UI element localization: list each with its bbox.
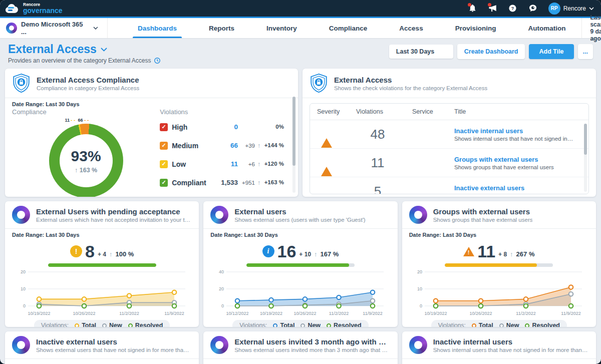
warning-circle-icon: ! <box>70 245 82 257</box>
tab-reports[interactable]: Reports <box>193 18 250 38</box>
tab-compliance[interactable]: Compliance <box>313 18 384 38</box>
page-header: External Access Provides an overview of … <box>0 38 601 67</box>
create-dashboard-button[interactable]: Create Dashboard <box>457 44 525 59</box>
tile-subtitle: External users which have not accepted i… <box>36 217 192 223</box>
tile-title: Inactive internal users <box>433 337 589 346</box>
rencore-logo[interactable]: Rencore governance <box>5 3 63 15</box>
compliance-percent: 93% <box>71 148 101 165</box>
column-violations: Violations <box>356 108 412 115</box>
history-clock-icon[interactable] <box>154 57 161 64</box>
violation-row-compliant[interactable]: ✓ Compliant 1,533 +951 ↑ +163 % <box>160 173 284 192</box>
legend-item-new[interactable]: New <box>102 322 122 327</box>
legend-item-resolved[interactable]: Resolved <box>525 322 560 327</box>
table-row[interactable]: ! 5 Inactive external users Shows extern… <box>310 177 588 194</box>
legend-item-total[interactable]: Total <box>75 322 96 327</box>
svg-text:11/9/2022: 11/9/2022 <box>164 311 184 316</box>
svg-text:11/2/2022: 11/2/2022 <box>516 311 536 316</box>
violation-row-medium[interactable]: ✓ Medium 66 +39 ↑ +144 % <box>160 136 284 155</box>
tile-subtitle: Shows external users invited more than 3… <box>234 347 390 353</box>
legend-item-new[interactable]: New <box>499 322 519 327</box>
violation-row-low[interactable]: ✓ Low 11 +6 ↑ +120 % <box>160 155 284 173</box>
severity-checkbox-icon[interactable]: ✓ <box>160 179 168 187</box>
violation-row-information[interactable]: i Information 35 +23 ↑ +191 % <box>160 192 284 197</box>
legend-item-resolved[interactable]: Resolved <box>128 322 163 327</box>
svg-text:20: 20 <box>417 269 422 274</box>
top-bar: Rencore governance ? RP Rencore <box>0 0 601 17</box>
tab-access[interactable]: Access <box>383 18 439 38</box>
table-row[interactable]: ! 11 Groups with external users Shows gr… <box>310 149 588 177</box>
stat-summary: ! 11 + 8 ↑ 267 % <box>409 243 589 260</box>
svg-text:40: 40 <box>219 269 224 274</box>
announcements-megaphone-icon[interactable] <box>488 4 497 13</box>
svg-text:10/26/2022: 10/26/2022 <box>293 311 316 316</box>
table-row[interactable]: ! 48 Inactive internal users Shows inter… <box>310 120 588 149</box>
donut-label-medium: 66 <box>78 118 83 123</box>
violations-breakdown-list: ✓ High 0 0% ✓ Medium <box>160 118 284 197</box>
progress-bar <box>445 263 553 267</box>
add-tile-button[interactable]: Add Tile <box>529 44 573 59</box>
check-link[interactable]: Inactive external users <box>454 184 574 192</box>
tenant-selector[interactable]: Demo Microsoft 365 ... <box>0 18 108 38</box>
violations-trend-chart: 0204010/12/202210/19/202210/26/202211/2/… <box>212 268 389 319</box>
tile-inactive-external-users: Inactive external users Shows external u… <box>5 331 199 364</box>
column-title: Title <box>454 108 581 115</box>
svg-text:10/12/2022: 10/12/2022 <box>226 311 248 316</box>
svg-text:0: 0 <box>420 303 422 308</box>
account-name: Rencore <box>563 5 586 12</box>
dashboard-title-dropdown[interactable]: External Access <box>8 43 161 56</box>
legend-item-resolved[interactable]: Resolved <box>327 322 362 327</box>
logo-secondary: governance <box>23 7 63 14</box>
stat-value: 8 <box>85 243 95 260</box>
table-scrollbar[interactable] <box>584 124 587 192</box>
avatar[interactable]: RP <box>548 3 560 15</box>
trend-up-arrow: ↑ <box>314 250 318 258</box>
microsoft-365-icon <box>12 206 30 224</box>
last-scan-status: Last scan: 9 days ago <box>581 18 601 38</box>
logo-primary: Rencore <box>23 3 63 7</box>
svg-text:10: 10 <box>21 286 26 291</box>
date-range-label: Date Range: Last 30 Days <box>210 232 390 238</box>
tile-title: External users <box>234 207 365 216</box>
warning-triangle-icon: ! <box>463 247 474 256</box>
legend-item-total[interactable]: Total <box>472 322 493 327</box>
check-link[interactable]: Groups with external users <box>454 156 574 163</box>
severity-checkbox-icon[interactable]: ✓ <box>160 160 168 168</box>
svg-text:0: 0 <box>23 303 26 308</box>
page-title: External Access <box>8 43 97 56</box>
more-options-button[interactable]: ... <box>578 44 593 59</box>
date-range-label: Date Range: Last 30 Days <box>409 232 589 238</box>
date-range-select[interactable]: Last 30 Days <box>389 45 453 59</box>
trend-up-arrow: ↑ <box>109 250 113 258</box>
account-menu[interactable]: RP Rencore <box>548 3 594 15</box>
legend-item-new[interactable]: New <box>300 322 321 327</box>
tab-automation[interactable]: Automation <box>512 18 581 38</box>
tab-provisioning[interactable]: Provisioning <box>439 18 512 38</box>
svg-text:11/2/2022: 11/2/2022 <box>329 311 349 316</box>
tile-scrollbar[interactable] <box>292 97 295 193</box>
compliance-column-header: Compliance <box>12 108 160 116</box>
feedback-chat-icon[interactable] <box>528 4 537 13</box>
check-link[interactable]: Inactive internal users <box>454 127 574 135</box>
legend-item-total[interactable]: Total <box>273 322 294 327</box>
compliance-donut-chart: 11 66 1533 93% ↑ 163 % <box>36 117 136 197</box>
severity-checkbox-icon[interactable]: ✓ <box>160 142 168 150</box>
warning-triangle-icon: ! <box>321 130 332 148</box>
chart-legend: Violations: Total New Resolved <box>431 320 567 327</box>
tab-inventory[interactable]: Inventory <box>250 18 313 38</box>
announcement-badge <box>488 3 491 7</box>
tile-inactive-internal-users: Inactive internal users Shows internal u… <box>402 331 596 364</box>
svg-text:10: 10 <box>417 286 422 291</box>
severity-checkbox-icon[interactable]: ✓ <box>160 123 168 131</box>
tile-title: External users invited 3 month ago with … <box>234 337 390 346</box>
tab-dashboards[interactable]: Dashboards <box>122 18 193 38</box>
page-subtitle: Provides an overview of the category Ext… <box>8 57 151 64</box>
date-range-label: Date Range: Last 30 Days <box>12 101 291 107</box>
dashboard-grid: External Access Compliance Compliance in… <box>0 67 601 364</box>
svg-text:10/19/2022: 10/19/2022 <box>260 311 282 316</box>
tile-subtitle: Shows the check violations for the categ… <box>334 85 487 91</box>
tile-subtitle: Shows external users (users with user ty… <box>234 217 365 223</box>
violation-row-high[interactable]: ✓ High 0 0% <box>160 118 284 136</box>
notifications-bell-icon[interactable] <box>468 4 477 13</box>
help-icon[interactable]: ? <box>508 4 517 13</box>
stat-value: 11 <box>477 243 495 260</box>
